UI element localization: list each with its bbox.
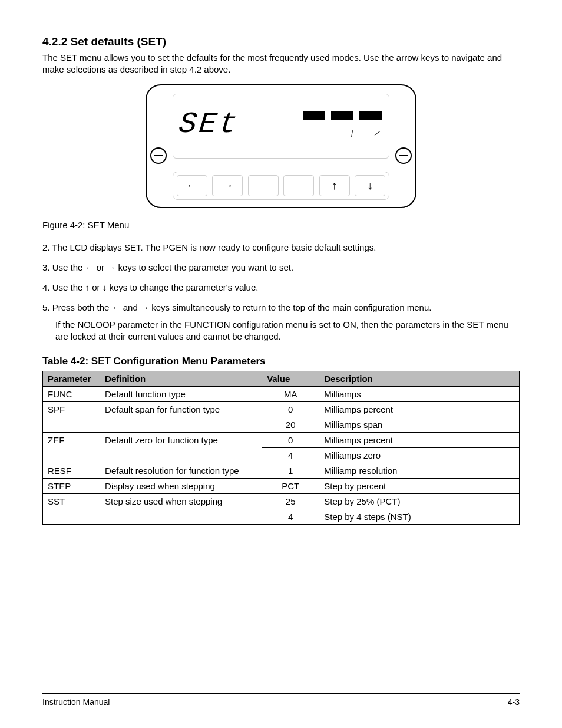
table-row: RESFDefault resolution for function type… — [43, 463, 520, 479]
lcd-screen: SEt ⁄⁄ — [173, 94, 389, 159]
table-title: Table 4-2: SET Configuration Menu Parame… — [42, 355, 520, 367]
cell-description: Milliamps percent — [319, 433, 520, 448]
cell-value: MA — [262, 387, 319, 402]
step-5-text: 5. Press both the ← and → keys simultane… — [42, 302, 520, 342]
device-figure: SEt ⁄⁄ ← → ↑ ↓ — [42, 84, 520, 210]
cell-value: 25 — [262, 494, 319, 509]
cell-parameter: SST — [43, 494, 100, 525]
blank-button-1[interactable] — [248, 175, 279, 196]
step-2-text: 2. The LCD displays SET. The PGEN is now… — [42, 242, 520, 253]
cell-value: 0 — [262, 402, 319, 417]
cell-description: Step by 4 steps (NST) — [319, 509, 520, 525]
up-arrow-button[interactable]: ↑ — [319, 175, 350, 196]
table-row: SSTStep size used when stepping25Step by… — [43, 494, 520, 509]
cell-definition: Default function type — [100, 387, 262, 402]
status-bar-3 — [359, 111, 382, 120]
page-footer: Instruction Manual 4-3 — [42, 693, 520, 707]
table-row: ZEFDefault zero for function type0Millia… — [43, 433, 520, 448]
step-3-text: 3. Use the ← or → keys to select the par… — [42, 262, 520, 274]
button-row: ← → ↑ ↓ — [173, 172, 389, 200]
cell-value: 20 — [262, 417, 319, 433]
status-bar-2 — [331, 111, 353, 120]
cell-description: Milliamps percent — [319, 402, 520, 417]
table-row: STEPDisplay used when steppingPCTStep by… — [43, 479, 520, 494]
section-heading: 4.2.2 Set defaults (SET) — [42, 35, 520, 48]
footer-right: 4-3 — [508, 697, 520, 707]
device-panel: SEt ⁄⁄ ← → ↑ ↓ — [146, 84, 416, 208]
th-description: Description — [319, 371, 520, 387]
cell-definition: Default zero for function type — [100, 433, 262, 463]
cell-description: Milliamps span — [319, 417, 520, 433]
status-bar-1 — [303, 111, 325, 120]
cell-value: PCT — [262, 479, 319, 494]
screw-right-icon — [395, 147, 412, 164]
parameters-table: Parameter Definition Value Description F… — [42, 371, 520, 525]
screw-left-icon — [150, 147, 167, 164]
down-arrow-button[interactable]: ↓ — [355, 175, 385, 196]
cell-parameter: FUNC — [43, 387, 100, 402]
left-arrow-button[interactable]: ← — [177, 175, 207, 196]
cell-description: Step by 25% (PCT) — [319, 494, 520, 509]
cell-definition: Default span for function type — [100, 402, 262, 433]
led-ticks: ⁄⁄ — [352, 129, 378, 138]
right-arrow-icon: → — [140, 302, 149, 312]
cell-value: 4 — [262, 448, 319, 463]
down-arrow-icon: ↓ — [367, 179, 373, 192]
noloop-note: If the NOLOOP parameter in the FUNCTION … — [42, 319, 520, 343]
table-row: FUNCDefault function typeMAMilliamps — [43, 387, 520, 402]
table-row: SPFDefault span for function type0Millia… — [43, 402, 520, 417]
cell-definition: Step size used when stepping — [100, 494, 262, 525]
intro-paragraph: The SET menu allows you to set the defau… — [42, 52, 520, 76]
cell-value: 1 — [262, 463, 319, 479]
left-arrow-icon: ← — [186, 179, 198, 192]
status-bars — [303, 111, 382, 120]
blank-button-2[interactable] — [283, 175, 314, 196]
right-arrow-icon: → — [107, 262, 115, 272]
cell-definition: Default resolution for function type — [100, 463, 262, 479]
th-definition: Definition — [100, 371, 262, 387]
down-arrow-icon: ↓ — [103, 282, 107, 292]
right-arrow-icon: → — [222, 179, 233, 192]
cell-parameter: RESF — [43, 463, 100, 479]
cell-description: Step by percent — [319, 479, 520, 494]
cell-value: 0 — [262, 433, 319, 448]
figure-caption: Figure 4-2: SET Menu — [42, 220, 520, 230]
th-parameter: Parameter — [43, 371, 100, 387]
up-arrow-icon: ↑ — [85, 282, 90, 292]
lcd-text: SEt — [177, 107, 241, 141]
step-4-text: 4. Use the ↑ or ↓ keys to change the par… — [42, 282, 520, 294]
table-header-row: Parameter Definition Value Description — [43, 371, 520, 387]
right-arrow-button[interactable]: → — [212, 175, 243, 196]
th-value: Value — [262, 371, 319, 387]
left-arrow-icon: ← — [85, 262, 94, 272]
left-arrow-icon: ← — [112, 302, 121, 312]
cell-parameter: ZEF — [43, 433, 100, 463]
cell-description: Milliamp resolution — [319, 463, 520, 479]
cell-parameter: STEP — [43, 479, 100, 494]
up-arrow-icon: ↑ — [332, 179, 338, 192]
cell-definition: Display used when stepping — [100, 479, 262, 494]
cell-description: Milliamps zero — [319, 448, 520, 463]
cell-value: 4 — [262, 509, 319, 525]
cell-parameter: SPF — [43, 402, 100, 433]
footer-left: Instruction Manual — [42, 697, 110, 707]
cell-description: Milliamps — [319, 387, 520, 402]
